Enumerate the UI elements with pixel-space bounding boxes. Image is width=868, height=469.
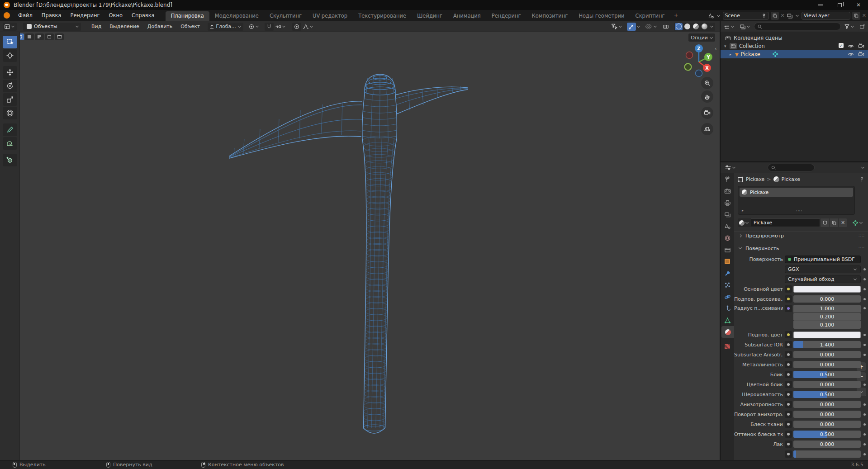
animate-dot[interactable] bbox=[863, 433, 866, 436]
animate-dot[interactable] bbox=[863, 268, 866, 270]
input-socket-toggle[interactable] bbox=[785, 295, 792, 303]
outliner-filter-id-dropdown[interactable] bbox=[738, 23, 752, 31]
roughness-slider[interactable]: 0.500 bbox=[793, 391, 861, 398]
animate-dot[interactable] bbox=[863, 334, 866, 336]
input-socket-toggle[interactable] bbox=[785, 351, 792, 358]
outliner-row-collection[interactable]: ▾ Collection ✓ bbox=[721, 42, 868, 50]
navigation-gizmo[interactable]: Z Y X bbox=[678, 42, 719, 82]
pin-icon[interactable] bbox=[859, 176, 865, 182]
tab-scene[interactable] bbox=[721, 220, 734, 232]
tool-annotate[interactable] bbox=[3, 123, 17, 136]
select-intersect-button[interactable] bbox=[55, 33, 64, 40]
breadcrumb-object[interactable]: Pickaxe bbox=[746, 176, 764, 182]
exclude-checkbox[interactable]: ✓ bbox=[839, 43, 844, 48]
workspace-tab-geometry-nodes[interactable]: Ноды геометрии bbox=[573, 11, 630, 21]
radius-z-field[interactable]: 0.100 bbox=[793, 321, 861, 329]
tool-add-cube[interactable] bbox=[3, 154, 17, 166]
animate-dot[interactable] bbox=[863, 288, 866, 290]
properties-editor-type-button[interactable] bbox=[723, 164, 738, 172]
editor-type-button[interactable] bbox=[3, 23, 17, 31]
clearcoat-slider[interactable]: 0.000 bbox=[793, 441, 861, 448]
properties-options-dropdown[interactable] bbox=[861, 166, 864, 169]
subsurface-method-dropdown[interactable]: Случайный обход bbox=[785, 275, 861, 283]
metallic-slider[interactable]: 0.000 bbox=[793, 361, 861, 368]
slot-expand-icon[interactable]: ▸ bbox=[742, 208, 744, 213]
radius-x-field[interactable]: 1.000 bbox=[793, 305, 861, 313]
tab-object-data[interactable] bbox=[721, 314, 734, 326]
menu-render[interactable]: Рендеринг bbox=[66, 12, 104, 19]
outliner-row-scene-collection[interactable]: Коллекция сцены bbox=[721, 34, 868, 42]
scene-icon[interactable] bbox=[708, 13, 714, 19]
animate-dot[interactable] bbox=[863, 443, 866, 445]
shading-wireframe-button[interactable] bbox=[675, 23, 683, 30]
pin-icon[interactable] bbox=[761, 13, 767, 19]
anisotropic-slider[interactable]: 0.000 bbox=[793, 401, 861, 408]
menu-edit[interactable]: Правка bbox=[37, 12, 66, 19]
select-extend-button[interactable] bbox=[25, 33, 34, 40]
hide-eye-icon[interactable] bbox=[848, 51, 854, 57]
subsurface-ior-slider[interactable]: 1.400 bbox=[793, 341, 861, 348]
zoom-button[interactable] bbox=[701, 77, 713, 89]
workspace-tab-modeling[interactable]: Моделирование bbox=[209, 11, 264, 21]
input-socket-toggle[interactable] bbox=[785, 361, 792, 368]
input-socket-toggle[interactable] bbox=[785, 441, 792, 448]
tab-collection[interactable] bbox=[721, 244, 734, 256]
surface-shader-button[interactable]: Принципиальный BSDF bbox=[785, 256, 861, 263]
properties-search-input[interactable] bbox=[768, 164, 815, 171]
menu-select[interactable]: Выделение bbox=[105, 24, 143, 29]
input-socket-toggle[interactable] bbox=[785, 431, 792, 438]
specular-slider[interactable]: 0.500 bbox=[793, 371, 861, 378]
blender-menu-icon[interactable] bbox=[4, 12, 10, 19]
panel-surface[interactable]: Поверхность ∷∷ bbox=[734, 244, 868, 252]
browse-material-dropdown[interactable] bbox=[738, 218, 751, 227]
tab-world[interactable] bbox=[721, 232, 734, 244]
outliner-filter-dropdown[interactable] bbox=[843, 23, 856, 31]
animate-dot[interactable] bbox=[863, 298, 866, 300]
menu-view[interactable]: Вид bbox=[87, 24, 105, 29]
input-socket-toggle[interactable] bbox=[785, 285, 792, 293]
hide-eye-icon[interactable] bbox=[848, 43, 854, 49]
input-socket-toggle[interactable] bbox=[785, 401, 792, 408]
select-subtract-button[interactable] bbox=[35, 33, 44, 40]
view-layer-field[interactable]: ViewLayer bbox=[802, 12, 850, 20]
select-invert-button[interactable] bbox=[45, 33, 54, 40]
panel-grip[interactable]: ∷∷ bbox=[859, 246, 865, 251]
nodetree-dropdown[interactable] bbox=[851, 219, 865, 227]
proportional-editing-toggle[interactable] bbox=[292, 23, 301, 31]
pan-button[interactable] bbox=[701, 90, 713, 103]
tool-scale[interactable] bbox=[3, 93, 17, 106]
view-layer-copy-button[interactable] bbox=[852, 12, 860, 20]
xray-toggle[interactable] bbox=[661, 23, 670, 31]
minimize-button[interactable] bbox=[811, 0, 830, 10]
tool-rotate[interactable] bbox=[3, 80, 17, 92]
copy-material-button[interactable] bbox=[829, 218, 838, 227]
collapse-arrow-icon[interactable]: ▸ bbox=[730, 52, 735, 57]
panel-grip[interactable]: ∷∷ bbox=[859, 233, 865, 238]
workspace-tab-animation[interactable]: Анимация bbox=[448, 11, 486, 21]
snap-target-dropdown[interactable] bbox=[274, 23, 288, 31]
animate-dot[interactable] bbox=[863, 413, 866, 416]
add-workspace-button[interactable]: + bbox=[670, 12, 682, 19]
tool-cursor[interactable] bbox=[3, 49, 17, 62]
menu-file[interactable]: Файл bbox=[14, 12, 37, 19]
scene-copy-button[interactable] bbox=[771, 12, 779, 20]
distribution-dropdown[interactable]: GGX bbox=[785, 265, 861, 273]
workspace-tab-layout[interactable]: Планировка bbox=[166, 11, 209, 21]
fake-user-button[interactable] bbox=[820, 218, 829, 227]
outliner-row-pickaxe[interactable]: ▸ ▼ Pickaxe bbox=[721, 50, 868, 58]
workspace-tab-compositing[interactable]: Композитинг bbox=[526, 11, 574, 21]
unlink-material-button[interactable]: ✕ bbox=[838, 218, 847, 227]
tool-move[interactable] bbox=[3, 66, 17, 79]
shading-dropdown[interactable] bbox=[710, 24, 713, 28]
restore-button[interactable] bbox=[830, 0, 849, 10]
menu-window[interactable]: Окно bbox=[104, 12, 127, 19]
tool-select-box[interactable] bbox=[3, 36, 17, 48]
workspace-tab-scripting[interactable]: Скриптинг bbox=[630, 11, 670, 21]
specular-tint-slider[interactable]: 0.000 bbox=[793, 381, 861, 388]
slot-grip-handle[interactable]: ∷∷ bbox=[797, 209, 802, 213]
view-layer-icon[interactable] bbox=[787, 13, 793, 19]
material-name-input[interactable]: Pickaxe bbox=[751, 218, 820, 227]
animate-dot[interactable] bbox=[863, 354, 866, 356]
workspace-tab-texture-paint[interactable]: Текстурирование bbox=[353, 11, 412, 21]
input-socket-toggle[interactable] bbox=[785, 450, 792, 458]
